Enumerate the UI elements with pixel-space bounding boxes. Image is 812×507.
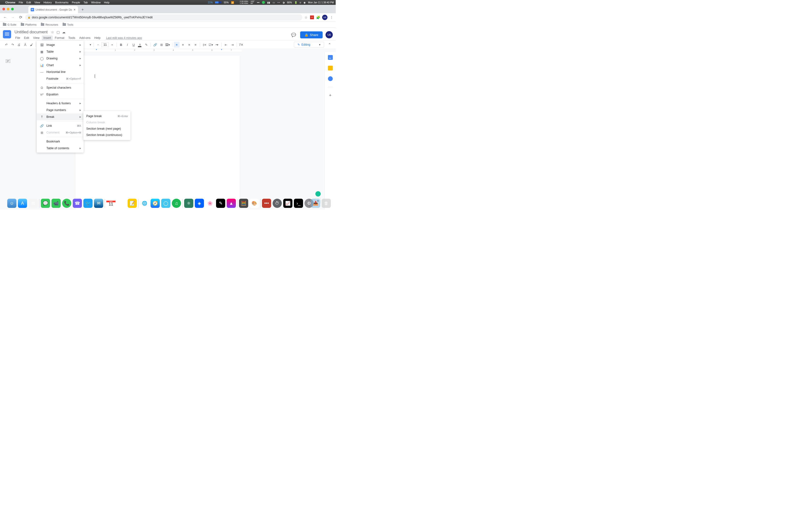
extensions-icon[interactable]: 🧩 bbox=[316, 15, 320, 19]
font-size-input[interactable]: 11 bbox=[101, 42, 109, 47]
clear-formatting-button[interactable]: T✕ bbox=[238, 42, 244, 48]
ring-dock-icon[interactable]: ◯ bbox=[161, 199, 170, 208]
menubar-tray-icon[interactable]: ▮▮ bbox=[267, 1, 270, 4]
menubar-window[interactable]: Window bbox=[91, 1, 101, 4]
phone-dock-icon[interactable]: 📞 bbox=[62, 199, 71, 208]
redo-button[interactable]: ↷ bbox=[10, 42, 15, 48]
line-spacing-button[interactable]: ‡≡ bbox=[202, 42, 207, 48]
bookmark-recourses[interactable]: Recourses bbox=[41, 23, 58, 26]
collapse-toolbar-button[interactable]: ⌃ bbox=[326, 42, 332, 48]
zoom-select[interactable]: ▾ bbox=[89, 43, 92, 46]
menubar-bookmarks[interactable]: Bookmarks bbox=[55, 1, 68, 4]
align-right-button[interactable]: ≡ bbox=[186, 42, 192, 48]
reload-button[interactable]: ⟳ bbox=[17, 14, 24, 20]
menu-help[interactable]: Help bbox=[93, 36, 102, 40]
horizontal-ruler[interactable]: ▼ 1 2 3 4 5 6 ▼ 7 bbox=[83, 49, 242, 52]
keep-app-icon[interactable] bbox=[328, 66, 333, 70]
indent-marker-icon[interactable]: ▼ bbox=[95, 49, 97, 51]
extension-badge-icon[interactable]: 4 bbox=[310, 15, 314, 19]
menu-file[interactable]: File bbox=[13, 36, 22, 40]
spellcheck-button[interactable]: Ǎ bbox=[22, 42, 28, 48]
menu-tools[interactable]: Tools bbox=[66, 36, 77, 40]
chrome-menu-button[interactable]: ⋮ bbox=[329, 15, 334, 19]
downloads-dock-icon[interactable]: 📥 bbox=[311, 199, 320, 208]
insert-drawing-item[interactable]: ◯Drawing▶ bbox=[37, 55, 84, 62]
viber-dock-icon[interactable]: ☎ bbox=[73, 199, 82, 208]
document-title-input[interactable]: Untitled document bbox=[13, 29, 49, 35]
window-minimize-button[interactable] bbox=[7, 8, 9, 10]
grammarly-icon[interactable] bbox=[315, 191, 321, 196]
menubar-extra-icon[interactable]: ••• bbox=[257, 1, 260, 4]
menubar-app-name[interactable]: Chrome bbox=[5, 1, 15, 4]
increase-indent-button[interactable]: ⇥ bbox=[230, 42, 235, 48]
outline-toggle-button[interactable] bbox=[6, 59, 10, 63]
align-center-button[interactable]: ≡ bbox=[180, 42, 186, 48]
font-size-decrease[interactable]: − bbox=[95, 42, 101, 48]
back-button[interactable]: ← bbox=[2, 14, 8, 20]
insert-chart-item[interactable]: 📊Chart▶ bbox=[37, 62, 84, 68]
print-button[interactable]: 🖨 bbox=[16, 42, 22, 48]
trash-dock-icon[interactable]: 🗑 bbox=[322, 199, 331, 208]
menubar-glasses-icon[interactable]: 👓 bbox=[277, 1, 280, 4]
insert-link-item[interactable]: 🔗Link⌘K bbox=[37, 122, 84, 129]
menu-view[interactable]: View bbox=[32, 36, 41, 40]
status-dot-icon[interactable] bbox=[262, 1, 265, 4]
app2-dock-icon[interactable]: ▲ bbox=[227, 199, 236, 208]
bulleted-list-button[interactable]: •▾ bbox=[214, 42, 220, 48]
bookmark-tools[interactable]: Tools bbox=[63, 23, 73, 26]
docs-logo-icon[interactable] bbox=[3, 30, 11, 38]
italic-button[interactable]: I bbox=[124, 42, 130, 48]
undo-button[interactable]: ↶ bbox=[3, 42, 9, 48]
insert-headers-item[interactable]: Headers & footers▶ bbox=[37, 100, 84, 107]
app4-dock-icon[interactable]: ⏱ bbox=[272, 199, 282, 208]
url-field[interactable]: 🔒 docs.google.com/document/d/1TWmt50AmyB… bbox=[25, 14, 302, 20]
messages-dock-icon[interactable]: 💬 bbox=[41, 199, 50, 208]
mail-dock-icon[interactable]: ✉ bbox=[94, 199, 103, 208]
new-tab-button[interactable]: + bbox=[80, 6, 86, 13]
paint-format-button[interactable]: 🖌 bbox=[29, 42, 34, 48]
menu-addons[interactable]: Add-ons bbox=[78, 36, 92, 40]
editing-mode-select[interactable]: ✎ Editing ▾ bbox=[294, 42, 324, 48]
checklist-button[interactable]: ☑▾ bbox=[208, 42, 214, 48]
insert-image-button[interactable]: 🖼▾ bbox=[165, 42, 170, 48]
page-break-item[interactable]: Page break⌘+Enter bbox=[83, 113, 131, 119]
app3-dock-icon[interactable]: ••• bbox=[262, 199, 271, 208]
menubar-tab[interactable]: Tab bbox=[83, 1, 88, 4]
menubar-people[interactable]: People bbox=[72, 1, 80, 4]
align-justify-button[interactable]: ≡ bbox=[193, 42, 198, 48]
decrease-indent-button[interactable]: ⇤ bbox=[223, 42, 229, 48]
menu-edit[interactable]: Edit bbox=[22, 36, 31, 40]
calendar-app-icon[interactable]: 31 bbox=[328, 55, 333, 60]
bold-button[interactable]: B bbox=[118, 42, 124, 48]
menubar-help[interactable]: Help bbox=[104, 1, 109, 4]
section-break-cont-item[interactable]: Section break (continuous) bbox=[83, 132, 131, 138]
tasks-app-icon[interactable] bbox=[328, 76, 333, 81]
window-close-button[interactable] bbox=[2, 8, 5, 10]
insert-comment-item[interactable]: ⊞Comment⌘+Option+M bbox=[37, 129, 84, 136]
atom-dock-icon[interactable]: ⚛ bbox=[184, 199, 193, 208]
insert-bookmark-item[interactable]: Bookmark bbox=[37, 138, 84, 145]
chrome-profile-avatar[interactable]: U0 bbox=[322, 15, 327, 20]
bookmark-gsuite[interactable]: G Suite bbox=[3, 23, 16, 26]
reminders-dock-icon[interactable]: ☰ bbox=[117, 199, 126, 208]
move-icon[interactable]: ▢ bbox=[57, 30, 60, 34]
insert-link-button[interactable]: 🔗 bbox=[152, 42, 158, 48]
menubar-view[interactable]: View bbox=[34, 1, 40, 4]
menubar-toggle-icon[interactable]: ◑ bbox=[283, 1, 285, 4]
facetime-dock-icon[interactable]: 📹 bbox=[51, 199, 61, 208]
cloud-status-icon[interactable]: ☁ bbox=[62, 30, 65, 34]
insert-pagenumbers-item[interactable]: Page numbers▶ bbox=[37, 107, 84, 113]
menubar-clock[interactable]: Mon Jan 11 1:38:40 PM bbox=[308, 1, 334, 4]
colorpicker-dock-icon[interactable]: 🎨 bbox=[250, 199, 259, 208]
right-indent-marker-icon[interactable]: ▼ bbox=[221, 49, 222, 51]
add-addon-button[interactable]: + bbox=[329, 93, 332, 98]
comments-button[interactable]: 💬 bbox=[290, 31, 297, 38]
twitter-dock-icon[interactable]: 🐦 bbox=[83, 199, 93, 208]
star-icon[interactable]: ☆ bbox=[51, 30, 54, 34]
insert-hr-item[interactable]: —Horizontal line bbox=[37, 68, 84, 75]
section-break-next-item[interactable]: Section break (next page) bbox=[83, 125, 131, 132]
star-bookmark-icon[interactable]: ☆ bbox=[304, 15, 308, 19]
underline-button[interactable]: U bbox=[131, 42, 137, 48]
browser-tab-active[interactable]: Untitled document - Google Do ✕ bbox=[28, 6, 78, 13]
menubar-history[interactable]: History bbox=[44, 1, 52, 4]
